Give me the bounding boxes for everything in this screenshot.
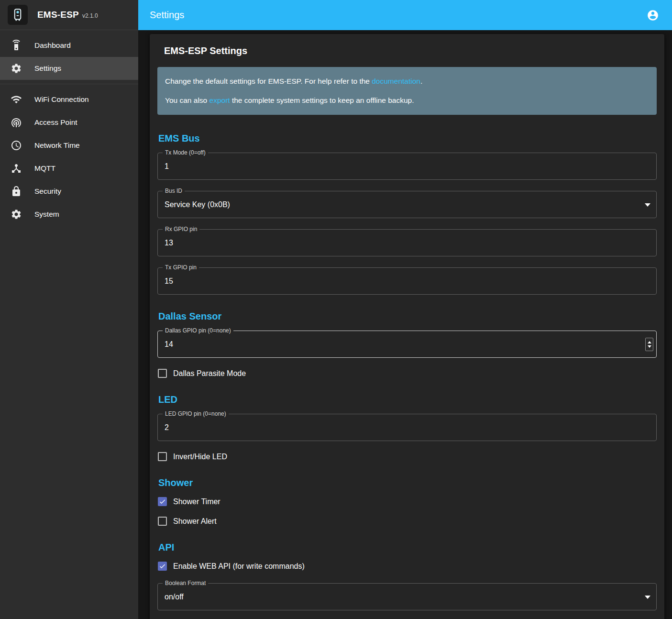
section-title-ems-bus: EMS Bus: [158, 133, 657, 144]
appbar: Settings: [138, 0, 672, 30]
gear-icon: [11, 63, 22, 74]
app-version: v2.1.0: [82, 12, 98, 19]
page-title: Settings: [150, 10, 184, 21]
account-button[interactable]: [643, 6, 662, 25]
tx-gpio-label: Tx GPIO pin: [163, 264, 199, 271]
sidebar-item-label: Settings: [34, 64, 61, 73]
app-logo: [8, 5, 28, 25]
dallas-gpio-field: Dallas GPIO pin (0=none): [157, 331, 657, 358]
enable-api-row[interactable]: Enable WEB API (for write commands): [158, 562, 657, 571]
card-title: EMS-ESP Settings: [164, 45, 657, 56]
sidebar-item-security[interactable]: Security: [0, 180, 138, 203]
app-title-group: EMS-ESPv2.1.0: [37, 10, 98, 20]
dropdown-arrow-icon: [645, 596, 650, 599]
clock-icon: [11, 140, 22, 151]
dallas-parasite-checkbox[interactable]: [158, 369, 167, 378]
rx-gpio-label: Rx GPIO pin: [163, 226, 199, 233]
sidebar-item-wifi-connection[interactable]: WiFi Connection: [0, 88, 138, 111]
shower-timer-label: Shower Timer: [173, 497, 220, 506]
boolean-format-value: on/off: [165, 593, 184, 601]
tx-gpio-field: Tx GPIO pin: [157, 267, 657, 295]
tx-mode-label: Tx Mode (0=off): [163, 149, 208, 156]
section-title-api: API: [158, 542, 657, 553]
invert-led-checkbox[interactable]: [158, 452, 167, 461]
sidebar-item-mqtt[interactable]: MQTT: [0, 157, 138, 180]
dallas-gpio-label: Dallas GPIO pin (0=none): [163, 327, 233, 334]
stepper-up-icon[interactable]: [648, 341, 651, 343]
sidebar-item-system[interactable]: System: [0, 203, 138, 226]
documentation-link[interactable]: documentation: [372, 77, 420, 85]
content-area: EMS-ESP Settings Change the default sett…: [138, 30, 672, 619]
enable-api-label: Enable WEB API (for write commands): [173, 562, 305, 571]
sidebar-item-label: Network Time: [34, 141, 80, 150]
led-gpio-field: LED GPIO pin (0=none): [157, 414, 657, 441]
info-text: .: [420, 77, 422, 85]
boiler-logo-icon: [11, 8, 25, 22]
boolean-format-label: Boolean Format: [163, 580, 208, 587]
shower-alert-label: Shower Alert: [173, 517, 217, 526]
tx-mode-input[interactable]: [165, 162, 650, 171]
sidebar-item-label: MQTT: [34, 164, 55, 173]
gear-icon: [11, 209, 22, 220]
sidebar-nav: Dashboard Settings WiFi Connection A: [0, 30, 138, 226]
info-box: Change the default settings for EMS-ESP.…: [157, 67, 657, 115]
dallas-parasite-row[interactable]: Dallas Parasite Mode: [158, 369, 657, 378]
sidebar-item-settings[interactable]: Settings: [0, 57, 138, 80]
dallas-parasite-label: Dallas Parasite Mode: [173, 369, 246, 378]
main-column: Settings EMS-ESP Settings Change the def…: [138, 0, 672, 619]
wifi-tethering-icon: [11, 117, 22, 128]
sidebar-item-network-time[interactable]: Network Time: [0, 134, 138, 157]
sidebar-item-label: System: [34, 210, 59, 219]
shower-alert-checkbox[interactable]: [158, 517, 167, 526]
app-root: EMS-ESPv2.1.0 Dashboard Settings: [0, 0, 672, 619]
sidebar-item-label: WiFi Connection: [34, 95, 89, 104]
info-line-2: You can also export the complete system …: [165, 95, 649, 106]
sidebar-divider: [0, 84, 138, 84]
sidebar-item-dashboard[interactable]: Dashboard: [0, 34, 138, 57]
rx-gpio-input[interactable]: [165, 239, 650, 247]
dallas-gpio-input[interactable]: [165, 340, 650, 349]
shower-timer-checkbox[interactable]: [158, 497, 167, 506]
boolean-format-select[interactable]: Boolean Format on/off: [157, 583, 657, 610]
sidebar-header: EMS-ESPv2.1.0: [0, 0, 138, 30]
lock-icon: [11, 186, 22, 197]
info-text: You can also: [165, 96, 209, 104]
number-stepper[interactable]: [645, 338, 653, 351]
settings-card: EMS-ESP Settings Change the default sett…: [150, 34, 664, 619]
led-gpio-input[interactable]: [165, 423, 650, 432]
app-name: EMS-ESP: [37, 10, 79, 20]
shower-timer-row[interactable]: Shower Timer: [158, 497, 657, 506]
invert-led-row[interactable]: Invert/Hide LED: [158, 452, 657, 461]
sidebar-item-label: Dashboard: [34, 41, 71, 50]
tx-gpio-input[interactable]: [165, 277, 650, 286]
info-text: Change the default settings for EMS-ESP.…: [165, 77, 372, 85]
bus-id-value: Service Key (0x0B): [165, 200, 230, 209]
section-title-led: LED: [158, 394, 657, 405]
bus-id-select[interactable]: Bus ID Service Key (0x0B): [157, 191, 657, 218]
tx-mode-field: Tx Mode (0=off): [157, 153, 657, 180]
check-icon: [159, 562, 166, 570]
stepper-down-icon[interactable]: [648, 345, 651, 348]
settings-remote-icon: [11, 40, 22, 51]
section-title-shower: Shower: [158, 477, 657, 488]
check-icon: [159, 497, 166, 506]
bus-id-label: Bus ID: [163, 188, 185, 195]
device-hub-icon: [11, 163, 22, 174]
wifi-icon: [11, 94, 22, 105]
led-gpio-label: LED GPIO pin (0=none): [163, 410, 229, 418]
sidebar-item-label: Access Point: [34, 118, 77, 127]
sidebar: EMS-ESPv2.1.0 Dashboard Settings: [0, 0, 138, 619]
dropdown-arrow-icon: [645, 203, 650, 207]
enable-api-checkbox[interactable]: [158, 562, 167, 571]
info-line-1: Change the default settings for EMS-ESP.…: [165, 76, 649, 87]
shower-alert-row[interactable]: Shower Alert: [158, 517, 657, 526]
export-link[interactable]: export: [209, 96, 230, 104]
section-title-dallas-sensor: Dallas Sensor: [158, 311, 657, 322]
rx-gpio-field: Rx GPIO pin: [157, 229, 657, 256]
sidebar-item-label: Security: [34, 187, 61, 196]
invert-led-label: Invert/Hide LED: [173, 453, 227, 461]
info-text: the complete system settings to keep an …: [230, 96, 414, 104]
account-circle-icon: [647, 9, 659, 22]
sidebar-item-access-point[interactable]: Access Point: [0, 111, 138, 134]
